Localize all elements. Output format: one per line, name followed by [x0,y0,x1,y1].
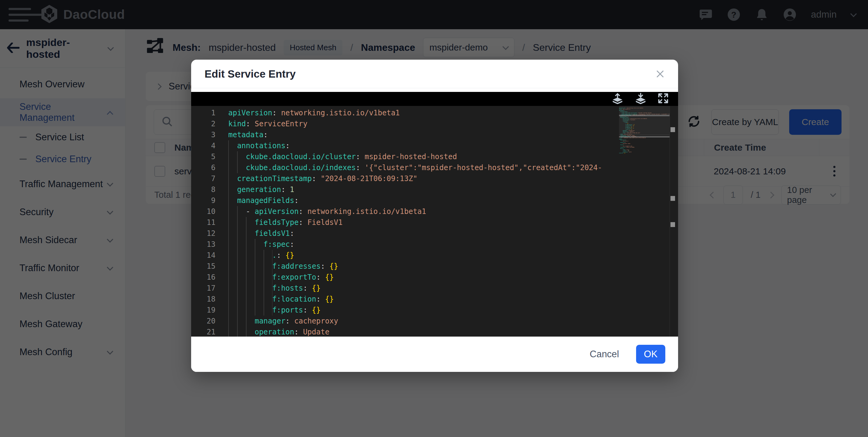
code-text: fieldsType: FieldsV1 [228,217,343,228]
code-text: metadata: [228,129,268,140]
code-line: 21 operation: Update [191,326,619,337]
code-text: .: {} [228,250,294,261]
ok-button[interactable]: OK [636,345,665,364]
code-line: 15 f:addresses: {} [191,261,619,272]
code-line: 16 f:exportTo: {} [191,272,619,283]
line-number: 4 [191,140,228,151]
code-text: apiVersion: networking.istio.io/v1beta1 [228,107,400,118]
code-text: f:ports: {} [228,305,320,316]
code-line: 11 fieldsType: FieldsV1 [191,217,619,228]
modal-title: Edit Service Entry [205,68,296,80]
minimap[interactable]: apiVersion: networking.istio.io/v1beta1k… [619,108,670,335]
editor-lines: 1apiVersion: networking.istio.io/v1beta1… [191,107,619,337]
minimap-highlight [619,115,670,116]
code-text: generation: 1 [228,184,294,195]
indent-guide [228,151,246,162]
code-line: 6 ckube.daocloud.io/indexes: '{"cluster"… [191,162,619,173]
download-icon[interactable] [634,92,647,105]
line-number: 17 [191,283,228,294]
line-number: 13 [191,239,228,250]
indent-guide [228,140,237,151]
minimap-line: status: {} [619,153,670,154]
minimap-slider[interactable] [619,106,670,135]
code-line: 8 generation: 1 [191,184,619,195]
yaml-editor[interactable]: 1apiVersion: networking.istio.io/v1beta1… [191,106,678,337]
cancel-button[interactable]: Cancel [590,349,619,360]
code-line: 17 f:hosts: {} [191,283,619,294]
code-line: 12 fieldsV1: [191,228,619,239]
code-text: creationTimestamp: "2024-08-21T06:09:13Z… [228,173,417,184]
code-line: 20 manager: cacheproxy [191,316,619,326]
indent-guide [228,250,272,261]
indent-guide [228,217,255,228]
code-line: 9 managedFields: [191,195,619,206]
code-line: 13 f:spec: [191,239,619,250]
indent-guide [228,162,246,173]
line-number: 2 [191,118,228,129]
code-text: - apiVersion: networking.istio.io/v1beta… [228,206,426,217]
code-line: 4 annotations: [191,140,619,151]
line-number: 20 [191,316,228,326]
line-number: 8 [191,184,228,195]
fullscreen-icon[interactable] [657,93,669,105]
line-number: 19 [191,305,228,316]
line-number: 5 [191,151,228,162]
code-text: f:spec: [228,239,294,250]
code-text: f:addresses: {} [228,261,338,272]
line-number: 21 [191,326,228,337]
code-text: f:exportTo: {} [228,272,334,283]
code-text: ckube.daocloud.io/cluster: mspider-hoste… [228,151,457,162]
code-line: 14 .: {} [191,250,619,261]
code-line: 3metadata: [191,129,619,140]
line-number: 15 [191,261,228,272]
code-text: fieldsV1: [228,228,294,239]
code-line: 5 ckube.daocloud.io/cluster: mspider-hos… [191,151,619,162]
indent-guide [228,272,272,283]
upload-icon[interactable] [611,92,624,105]
line-number: 10 [191,206,228,217]
indent-guide [228,184,237,195]
indent-guide [228,326,255,337]
indent-guide [228,283,272,294]
close-icon[interactable] [656,69,665,79]
code-text: ckube.daocloud.io/indexes: '{"cluster":"… [228,162,602,173]
indent-guide [228,228,255,239]
scrollbar-mark [671,127,675,132]
code-text: operation: Update [228,326,329,337]
edit-service-entry-modal: Edit Service Entry 1apiVersion: networki… [191,60,678,372]
indent-guide [228,173,237,184]
scrollbar-mark [671,196,675,201]
code-line: 7 creationTimestamp: "2024-08-21T06:09:1… [191,173,619,184]
code-line: 1apiVersion: networking.istio.io/v1beta1 [191,107,619,118]
code-text: f:hosts: {} [228,283,320,294]
code-text: kind: ServiceEntry [228,118,307,129]
indent-guide [228,294,272,305]
indent-guide [228,316,255,326]
code-text: managedFields: [228,195,299,206]
indent-guide [228,206,246,217]
line-number: 16 [191,272,228,283]
minimap-highlight [619,136,670,137]
code-line: 10 - apiVersion: networking.istio.io/v1b… [191,206,619,217]
line-number: 1 [191,107,228,118]
line-number: 11 [191,217,228,228]
code-line: 2kind: ServiceEntry [191,118,619,129]
code-line: 19 f:ports: {} [191,305,619,316]
line-number: 14 [191,250,228,261]
line-number: 9 [191,195,228,206]
editor-scrollbar[interactable] [670,106,678,337]
line-number: 3 [191,129,228,140]
indent-guide [228,195,237,206]
line-number: 6 [191,162,228,173]
indent-guide [228,239,264,250]
code-text: manager: cacheproxy [228,316,338,326]
indent-guide [228,261,272,272]
code-line: 18 f:location: {} [191,294,619,305]
scrollbar-mark [671,222,675,227]
indent-guide [228,305,272,316]
editor-toolbar [191,92,678,106]
code-text: f:location: {} [228,294,334,305]
line-number: 7 [191,173,228,184]
line-number: 12 [191,228,228,239]
code-text: annotations: [228,140,290,151]
